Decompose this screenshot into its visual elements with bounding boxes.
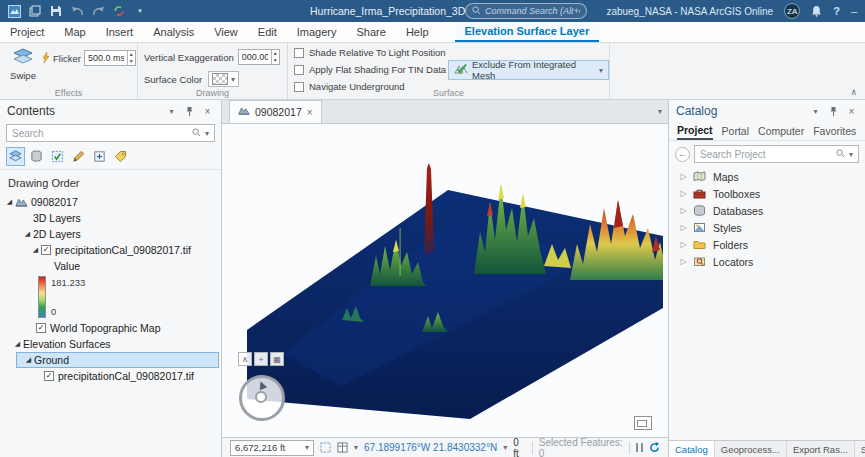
tree-item-ground[interactable]: ◢ Ground bbox=[16, 352, 219, 368]
expander-icon[interactable]: ◢ bbox=[30, 246, 41, 254]
flat-shading-checkbox[interactable]: Apply Flat Shading For TIN Data bbox=[294, 64, 446, 75]
chevron-down-icon[interactable]: ▾ bbox=[503, 443, 507, 452]
catalog-item-locators[interactable]: ▷ Locators bbox=[669, 253, 865, 270]
navigator-compass[interactable] bbox=[239, 375, 285, 421]
list-by-selection-button[interactable] bbox=[48, 147, 67, 166]
exclude-integrated-mesh-button[interactable]: Exclude From Integrated Mesh ▾ bbox=[448, 60, 609, 80]
flicker-duration-input[interactable] bbox=[85, 53, 127, 63]
redo-icon[interactable] bbox=[91, 4, 105, 18]
minimize-icon[interactable]: – bbox=[851, 5, 857, 17]
checkbox[interactable] bbox=[294, 65, 304, 75]
undo-icon[interactable] bbox=[70, 4, 84, 18]
catalog-search[interactable]: ▾ bbox=[694, 145, 859, 163]
new-project-icon[interactable] bbox=[28, 4, 42, 18]
user-avatar[interactable]: ZA bbox=[784, 3, 800, 19]
tab-view[interactable]: View bbox=[204, 22, 248, 42]
expander-icon[interactable]: ▷ bbox=[678, 206, 689, 215]
expander-icon[interactable]: ◢ bbox=[4, 198, 15, 206]
tree-item-precip-2d[interactable]: ◢ ✓ precipitationCal_09082017.tif bbox=[0, 242, 221, 258]
layer-checkbox[interactable]: ✓ bbox=[44, 371, 54, 381]
help-icon[interactable]: ? bbox=[833, 5, 840, 17]
expander-icon[interactable]: ◢ bbox=[22, 230, 33, 238]
expander-icon[interactable]: ▷ bbox=[678, 189, 689, 198]
catalog-item-toolboxes[interactable]: ▷ Toolboxes bbox=[669, 185, 865, 202]
attribute-table-icon[interactable] bbox=[337, 442, 348, 453]
chevron-down-icon[interactable]: ▾ bbox=[165, 107, 178, 116]
view-tab-09082017[interactable]: 09082017 × bbox=[229, 100, 322, 123]
catalog-search-input[interactable] bbox=[700, 149, 832, 160]
close-icon[interactable]: × bbox=[845, 106, 858, 117]
catalog-item-styles[interactable]: ▷ Styles bbox=[669, 219, 865, 236]
list-by-editing-button[interactable] bbox=[69, 147, 88, 166]
shade-relative-checkbox[interactable]: Shade Relative To Light Position bbox=[294, 47, 446, 58]
back-icon[interactable]: ← bbox=[675, 147, 690, 162]
pause-drawing-icon[interactable] bbox=[636, 443, 643, 452]
contents-search[interactable]: ▾ bbox=[6, 124, 215, 142]
bottom-tab-export-raster[interactable]: Export Ras... bbox=[787, 441, 855, 457]
tab-elevation-surface-layer[interactable]: Elevation Surface Layer bbox=[455, 22, 600, 42]
tab-edit[interactable]: Edit bbox=[248, 22, 287, 42]
close-icon[interactable]: × bbox=[201, 106, 214, 117]
tab-map[interactable]: Map bbox=[54, 22, 95, 42]
vertical-exaggeration-spinner[interactable]: ▲▼ bbox=[271, 50, 279, 64]
tree-item-3d-layers[interactable]: 3D Layers bbox=[0, 210, 221, 226]
catalog-tab-computer[interactable]: Computer bbox=[758, 123, 804, 139]
catalog-tab-project[interactable]: Project bbox=[677, 122, 713, 140]
pan-icon[interactable]: + bbox=[254, 352, 268, 366]
tab-imagery[interactable]: Imagery bbox=[287, 22, 347, 42]
list-by-data-source-button[interactable] bbox=[27, 147, 46, 166]
catalog-tab-portal[interactable]: Portal bbox=[722, 123, 749, 139]
scene-3d-view[interactable]: ∧ + ▦ bbox=[222, 124, 668, 437]
bottom-tab-catalog[interactable]: Catalog bbox=[669, 441, 715, 457]
surface-color-dropdown[interactable]: ▾ bbox=[208, 71, 239, 87]
heading-icon[interactable]: ▦ bbox=[270, 352, 284, 366]
pin-icon[interactable] bbox=[827, 106, 840, 117]
layer-checkbox[interactable]: ✓ bbox=[36, 323, 46, 333]
expander-icon[interactable]: ◢ bbox=[23, 356, 34, 364]
tab-analysis[interactable]: Analysis bbox=[143, 22, 204, 42]
vertical-exaggeration-input[interactable] bbox=[239, 52, 271, 62]
save-icon[interactable] bbox=[49, 4, 63, 18]
expander-icon[interactable]: ▷ bbox=[678, 257, 689, 266]
catalog-tab-favorites[interactable]: Favorites bbox=[813, 123, 856, 139]
tree-item-basemap[interactable]: ✓ World Topographic Map bbox=[0, 320, 221, 336]
pointer-coordinates[interactable]: 67.1899176°W 21.8430332°N bbox=[364, 442, 497, 453]
chevron-down-icon[interactable]: ▾ bbox=[809, 107, 822, 116]
tab-insert[interactable]: Insert bbox=[96, 22, 144, 42]
notifications-bell-icon[interactable] bbox=[811, 5, 822, 17]
tree-item-2d-layers[interactable]: ◢ 2D Layers bbox=[0, 226, 221, 242]
expander-icon[interactable]: ▷ bbox=[678, 172, 689, 181]
expander-icon[interactable]: ▷ bbox=[678, 223, 689, 232]
bottom-tab-geoprocessing[interactable]: Geoprocess... bbox=[715, 441, 787, 457]
collapse-navigator-icon[interactable]: ∧ bbox=[238, 352, 252, 366]
overview-window-button[interactable] bbox=[634, 416, 652, 430]
list-by-drawing-order-button[interactable] bbox=[6, 147, 25, 166]
tree-item-precip-elevation[interactable]: ✓ precipitationCal_09082017.tif bbox=[0, 368, 221, 384]
checkbox[interactable] bbox=[294, 48, 304, 58]
flicker-spinner[interactable]: ▲▼ bbox=[127, 51, 135, 65]
customize-toolbar-icon[interactable]: ▾ bbox=[133, 4, 147, 18]
vertical-exaggeration-field[interactable]: ▲▼ bbox=[238, 49, 280, 65]
refresh-icon[interactable] bbox=[649, 442, 660, 453]
expander-icon[interactable]: ▷ bbox=[678, 240, 689, 249]
signed-in-account[interactable]: zabueg_NASA - NASA ArcGIS Online bbox=[606, 6, 773, 17]
collapse-ribbon-icon[interactable]: ∧ bbox=[850, 87, 857, 97]
app-icon[interactable] bbox=[7, 4, 21, 18]
layer-checkbox[interactable]: ✓ bbox=[41, 245, 51, 255]
list-by-labeling-button[interactable] bbox=[111, 147, 130, 166]
catalog-item-folders[interactable]: ▷ Folders bbox=[669, 236, 865, 253]
scale-combo[interactable]: 6,672,216 ft ▾ bbox=[230, 440, 314, 456]
command-search-input[interactable] bbox=[485, 6, 580, 16]
tab-share[interactable]: Share bbox=[347, 22, 396, 42]
tree-item-scene[interactable]: ◢ 09082017 bbox=[0, 194, 221, 210]
bottom-tab-symbology[interactable]: Symbolo... bbox=[855, 441, 865, 457]
expander-icon[interactable]: ◢ bbox=[12, 340, 23, 348]
selection-tool-icon[interactable] bbox=[320, 442, 331, 453]
tab-help[interactable]: Help bbox=[396, 22, 439, 42]
list-by-snapping-button[interactable] bbox=[90, 147, 109, 166]
tree-item-elevation-surfaces[interactable]: ◢ Elevation Surfaces bbox=[0, 336, 221, 352]
sync-icon[interactable] bbox=[112, 4, 126, 18]
flicker-duration-field[interactable]: ▲▼ bbox=[84, 50, 136, 66]
command-search[interactable] bbox=[465, 3, 587, 19]
contents-search-input[interactable] bbox=[12, 128, 188, 139]
